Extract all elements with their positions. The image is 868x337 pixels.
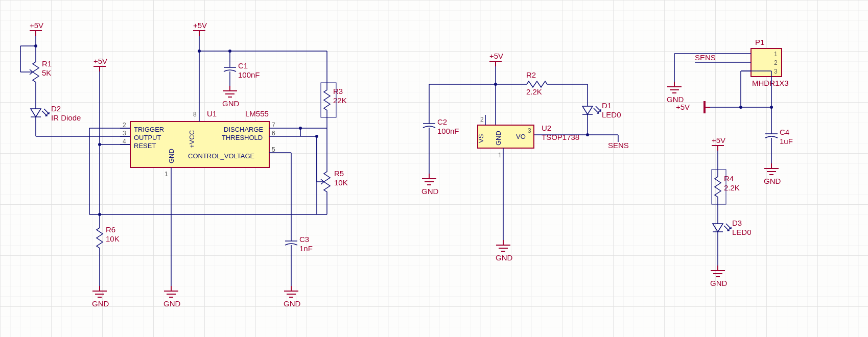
D2-value: IR Diode (51, 113, 81, 122)
C1-ref: C1 (238, 61, 248, 70)
P1-pin2: 2 (774, 59, 778, 66)
gnd-label: GND (92, 299, 109, 308)
P1-pin1: 1 (774, 51, 778, 58)
U1-pin3-no: 3 (123, 130, 126, 137)
netlabel-sens: SENS (695, 53, 716, 62)
power-label: +5V (489, 52, 503, 60)
R3-value: 22K (333, 96, 347, 105)
U2-gnd-name: GND (495, 131, 502, 146)
U1-pin5-no: 5 (272, 146, 275, 153)
U1-pin1-name: GND (168, 149, 175, 163)
P1-ref: P1 (755, 38, 764, 46)
gnd-label: GND (764, 177, 781, 185)
D1-value: LED0 (602, 110, 621, 119)
U1-pin6-no: 6 (272, 130, 275, 137)
gnd-label: GND (222, 99, 240, 108)
svg-point-20 (34, 44, 37, 47)
U2-vs-no: 2 (480, 116, 484, 123)
R3-ref: R3 (333, 87, 343, 95)
C2-value: 100nF (437, 127, 459, 135)
P1-pin3: 3 (774, 68, 778, 75)
U1-ref: U1 (207, 109, 217, 118)
U1-pin4-name: RESET (134, 142, 156, 150)
R5-value: 10K (334, 178, 348, 187)
U1-pin2-name: TRIGGER (134, 126, 164, 133)
C2-ref: C2 (437, 117, 447, 126)
R4-ref: R4 (724, 174, 734, 183)
U2-ref: U2 (542, 124, 551, 132)
U2-vo-name: VO (516, 133, 526, 140)
svg-rect-15 (0, 0, 868, 337)
gnd-label: GND (163, 299, 181, 308)
R5-ref: R5 (334, 169, 344, 178)
power-label: +5V (93, 57, 107, 65)
U1-value: LM555 (245, 109, 269, 118)
R1-value: 5K (42, 68, 51, 77)
U2-gnd-no: 1 (498, 152, 502, 159)
power-label: +5V (712, 136, 725, 145)
U2-vs-name: VS (477, 134, 485, 143)
C1-value: 100nF (238, 70, 260, 79)
D3-value: LED0 (732, 228, 752, 236)
D2-ref: D2 (51, 104, 61, 113)
U2-vo-no: 3 (528, 127, 531, 134)
P1-value: MHDR1X3 (752, 79, 789, 87)
D3-ref: D3 (732, 219, 742, 227)
U1-pin1-no: 1 (165, 171, 168, 178)
U1-pin7-no: 7 (272, 122, 275, 129)
C4-value: 1uF (780, 137, 793, 146)
schematic-canvas: +5V +5V +5V R1 5K D2 IR Diode R6 10K GND… (0, 0, 868, 337)
U1-pin5-name: CONTROL_VOLTAGE (188, 152, 255, 160)
gnd-label: GND (710, 279, 728, 287)
U1-pin2-no: 2 (123, 122, 126, 129)
R4-value: 2.2K (724, 183, 740, 192)
svg-point-106 (770, 106, 773, 109)
C3-ref: C3 (299, 235, 309, 244)
U1-pin3-name: OUTPUT (134, 134, 161, 141)
U1-pin8-no: 8 (193, 111, 197, 118)
R1-ref: R1 (42, 59, 52, 68)
D1-ref: D1 (602, 101, 612, 110)
R6-value: 10K (106, 234, 120, 243)
C4-ref: C4 (780, 128, 789, 136)
gnd-label: GND (496, 253, 513, 262)
R6-ref: R6 (106, 225, 115, 234)
U1-pin7-name: DISCHARGE (224, 126, 264, 133)
U1-pin8-name: +VCC (188, 130, 196, 148)
power-label: +5V (30, 21, 43, 30)
netlabel-sens: SENS (608, 141, 629, 150)
C3-value: 1nF (299, 244, 313, 253)
gnd-label: GND (284, 299, 301, 308)
power-label: +5V (676, 103, 690, 111)
U2-value: TSOP1738 (542, 133, 579, 141)
gnd-label: GND (421, 187, 439, 196)
U1-pin4-no: 4 (123, 138, 126, 145)
power-label: +5V (193, 21, 207, 30)
R2-ref: R2 (526, 70, 536, 79)
R2-value: 2.2K (526, 87, 542, 96)
U1-pin6-name: THRESHOLD (222, 134, 263, 141)
svg-point-81 (586, 133, 589, 136)
